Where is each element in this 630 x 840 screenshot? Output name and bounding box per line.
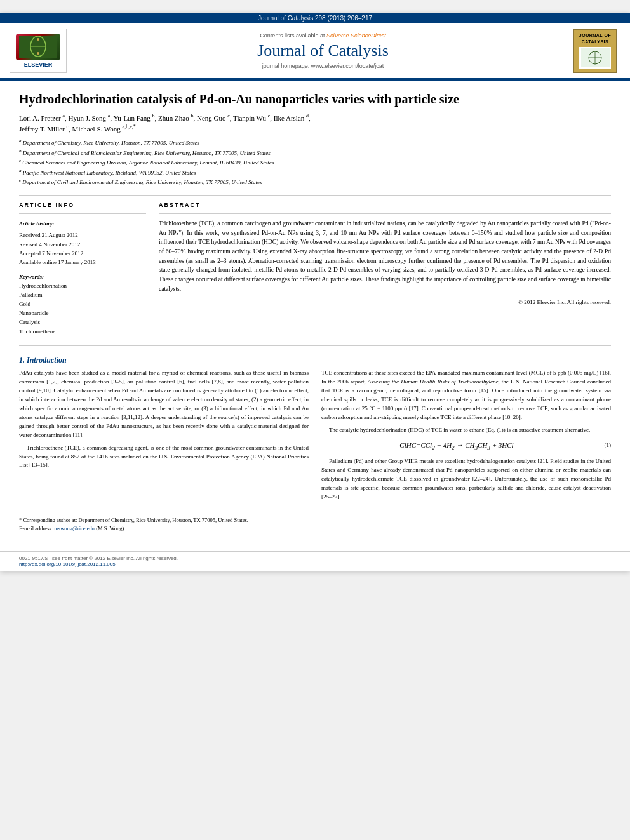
svg-point-4 [37, 52, 39, 55]
divider-2 [19, 213, 146, 214]
accepted-date: Accepted 7 November 2012 [19, 249, 146, 258]
journal-logo-image-placeholder [579, 47, 611, 69]
abstract-col: ABSTRACT Trichloroethene (TCE), a common… [159, 202, 611, 336]
intro-title: Introduction [27, 356, 67, 364]
authors-line: Lori A. Pretzer a, Hyun J. Song a, Yu-Lu… [19, 112, 611, 134]
available-date: Available online 17 January 2013 [19, 258, 146, 267]
journal-volume-info: Journal of Catalysis 298 (2013) 206–217 [258, 15, 372, 22]
received-date: Received 21 August 2012 [19, 230, 146, 239]
journal-logo-box: JOURNAL OFCATALYSIS [573, 29, 617, 73]
author-pretzer: Lori A. Pretzer a [19, 114, 65, 122]
keyword-6: Trichloroethene [19, 327, 146, 336]
elsevier-text: ELSEVIER [24, 62, 53, 68]
journal-logo-right: JOURNAL OFCATALYSIS [570, 29, 620, 73]
footer-bar: 0021-9517/$ - see front matter © 2012 El… [0, 551, 630, 571]
footer-doi: http://dx.doi.org/10.1016/j.jcat.2012.11… [19, 561, 611, 567]
email-link[interactable]: mswong@rice.edu [54, 525, 95, 531]
article-info-block: Article history: Received 21 August 2012… [19, 219, 146, 267]
journal-logo-text: JOURNAL OFCATALYSIS [579, 32, 611, 45]
author-zhao: Zhun Zhao b [158, 114, 193, 122]
article-title: Hydrodechlorination catalysis of Pd-on-A… [19, 91, 611, 107]
journal-info-bar: Journal of Catalysis 298 (2013) 206–217 [0, 13, 630, 23]
footnotes: * Corresponding author at: Department of… [19, 512, 611, 533]
author-song: Hyun J. Song a [69, 114, 111, 122]
author-wong: Michael S. Wong a,b,e,* [72, 125, 136, 133]
author-arslan: Ilke Arslan d [274, 114, 309, 122]
email-label: E-mail address: [19, 525, 54, 531]
equation-formula: ClHC=CCl2 + 4H2 → CH3CH3 + 3HCl [399, 441, 513, 449]
journal-title: Journal of Catalysis [257, 41, 389, 60]
journal-header: ELSEVIER Contents lists available at Sci… [0, 23, 630, 79]
author-fang: Yu-Lun Fang b [114, 114, 155, 122]
affiliation-d: d Pacific Northwest National Laboratory,… [19, 168, 611, 178]
footnote-corresponding: * Corresponding author at: Department of… [19, 516, 611, 524]
article-info-label: ARTICLE INFO [19, 202, 146, 208]
keywords-title: Keywords: [19, 274, 146, 280]
keyword-5: Catalysis [19, 317, 146, 326]
elsevier-logo-image [16, 34, 60, 60]
journal-center-header: Contents lists available at SciVerse Sci… [76, 29, 570, 73]
keywords-block: Keywords: Hydrodechlorination Palladium … [19, 274, 146, 336]
page: Journal of Catalysis 298 (2013) 206–217 … [0, 13, 630, 571]
intro-number: 1. [19, 356, 27, 364]
author-guo: Neng Guo c [197, 114, 230, 122]
affiliations-block: a Department of Chemistry, Rice Universi… [19, 138, 611, 187]
affiliation-b: b Department of Chemical and Biomolecula… [19, 148, 611, 158]
article-info-col: ARTICLE INFO Article history: Received 2… [19, 202, 146, 336]
author-miller: Jeffrey T. Miller c [19, 125, 69, 133]
intro-col-left: PdAu catalysts have been studied as a mo… [19, 369, 309, 505]
affiliation-e: e Department of Civil and Environmental … [19, 177, 611, 187]
keyword-2: Palladium [19, 290, 146, 299]
footer-doi-link[interactable]: http://dx.doi.org/10.1016/j.jcat.2012.11… [19, 561, 116, 567]
sciverse-link[interactable]: SciVerse ScienceDirect [326, 32, 386, 39]
abstract-text: Trichloroethene (TCE), a common carcinog… [159, 219, 611, 294]
footer-issn: 0021-9517/$ - see front matter © 2012 El… [19, 556, 611, 561]
equation-block: ClHC=CCl2 + 4H2 → CH3CH3 + 3HCl (1) [321, 440, 611, 452]
article-content: Hydrodechlorination catalysis of Pd-on-A… [0, 81, 630, 542]
footnote-email: E-mail address: mswong@rice.edu (M.S. Wo… [19, 524, 611, 533]
svg-point-3 [37, 38, 39, 41]
intro-body-cols: PdAu catalysts have been studied as a mo… [19, 369, 611, 505]
keyword-1: Hydrodechlorination [19, 281, 146, 290]
equation-text: ClHC=CCl2 + 4H2 → CH3CH3 + 3HCl [321, 440, 592, 452]
intro-para-5: Palladium (Pd) and other Group VIIIB met… [321, 457, 611, 502]
journal-homepage: journal homepage: www.elsevier.com/locat… [262, 63, 384, 69]
divider-1 [19, 195, 611, 196]
keyword-3: Gold [19, 300, 146, 309]
revised-date: Revised 4 November 2012 [19, 240, 146, 249]
equation-number: (1) [592, 441, 611, 450]
intro-para-4: The catalytic hydrodechlorination (HDC) … [321, 426, 611, 435]
intro-heading: 1. Introduction [19, 356, 611, 365]
affiliation-c: c Chemical Sciences and Engineering Divi… [19, 157, 611, 168]
affiliation-a: a Department of Chemistry, Rice Universi… [19, 138, 611, 148]
author-wu: Tianpin Wu c [233, 114, 270, 122]
abstract-label: ABSTRACT [159, 202, 611, 208]
divider-3 [159, 213, 611, 214]
email-person: (M.S. Wong). [96, 525, 125, 531]
sciverse-line: Contents lists available at SciVerse Sci… [260, 32, 385, 39]
intro-para-3: TCE concentrations at these sites exceed… [321, 369, 611, 422]
intro-para-1: PdAu catalysts have been studied as a mo… [19, 369, 309, 440]
intro-col-right: TCE concentrations at these sites exceed… [321, 369, 611, 505]
intro-para-2: Trichloroethene (TCE), a common degreasi… [19, 444, 309, 470]
elsevier-logo: ELSEVIER [10, 29, 67, 73]
introduction-section: 1. Introduction PdAu catalysts have been… [19, 356, 611, 505]
history-title: Article history: [19, 219, 146, 228]
keyword-4: Nanoparticle [19, 309, 146, 317]
divider-4 [19, 345, 611, 346]
copyright-line: © 2012 Elsevier Inc. All rights reserved… [159, 299, 611, 305]
info-abstract-section: ARTICLE INFO Article history: Received 2… [19, 202, 611, 336]
